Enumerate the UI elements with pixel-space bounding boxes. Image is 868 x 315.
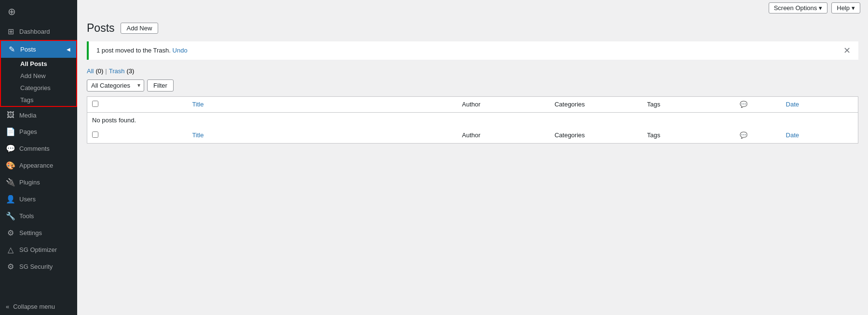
select-all-checkbox[interactable] bbox=[92, 101, 98, 107]
comments-col-icon: 💬 bbox=[740, 101, 747, 108]
no-posts-message: No posts found. bbox=[87, 112, 858, 128]
tfoot-checkbox bbox=[87, 128, 188, 144]
add-new-button[interactable]: Add New bbox=[121, 23, 159, 34]
sg-optimizer-icon: △ bbox=[6, 245, 15, 254]
sidebar-item-label: SG Security bbox=[19, 263, 53, 270]
help-arrow-icon: ▾ bbox=[852, 4, 855, 12]
date-sort-link-footer[interactable]: Date bbox=[786, 131, 799, 139]
users-icon: 👤 bbox=[6, 195, 15, 204]
wp-logo-icon: ⊕ bbox=[8, 6, 16, 17]
collapse-label: Collapse menu bbox=[13, 303, 55, 310]
wp-logo[interactable]: ⊕ bbox=[0, 0, 77, 23]
sidebar-item-dashboard[interactable]: ⊞ Dashboard bbox=[0, 23, 77, 40]
sidebar-item-appearance[interactable]: 🎨 Appearance bbox=[0, 157, 77, 174]
posts-submenu: All Posts Add New Categories Tags bbox=[1, 58, 76, 106]
sidebar-item-posts[interactable]: ✎ Posts ◀ bbox=[1, 41, 76, 58]
table-footer-row: Title Author Categories Tags 💬 Date bbox=[87, 128, 858, 144]
th-comments: 💬 bbox=[735, 96, 781, 112]
tfoot-title: Title bbox=[187, 128, 457, 144]
comments-icon: 💬 bbox=[6, 144, 15, 153]
undo-link[interactable]: Undo bbox=[173, 47, 188, 54]
sidebar-item-tools[interactable]: 🔧 Tools bbox=[0, 208, 77, 224]
help-label: Help bbox=[837, 4, 850, 12]
sidebar-item-label: Appearance bbox=[19, 162, 53, 169]
title-sort-link-footer[interactable]: Title bbox=[192, 131, 203, 139]
filter-separator: | bbox=[105, 67, 107, 75]
sidebar-item-sg-optimizer[interactable]: △ SG Optimizer bbox=[0, 241, 77, 258]
content-area: Posts Add New 1 post moved to the Trash.… bbox=[77, 15, 868, 315]
screen-options-arrow-icon: ▾ bbox=[819, 4, 822, 12]
sidebar-item-label: Plugins bbox=[19, 179, 40, 186]
sidebar-item-comments[interactable]: 💬 Comments bbox=[0, 140, 77, 157]
filter-bar: All Categories Filter bbox=[87, 79, 858, 92]
th-tags: Tags bbox=[642, 96, 735, 112]
sidebar: ⊕ ⊞ Dashboard ✎ Posts ◀ All Posts Add Ne… bbox=[0, 0, 77, 315]
collapse-menu-button[interactable]: « Collapse menu bbox=[0, 298, 77, 315]
page-title: Posts bbox=[87, 21, 115, 36]
notice-text: 1 post moved to the Trash. Undo bbox=[96, 47, 188, 54]
tfoot-date: Date bbox=[781, 128, 858, 144]
sidebar-submenu-tags[interactable]: Tags bbox=[1, 94, 76, 106]
sidebar-item-pages[interactable]: 📄 Pages bbox=[0, 123, 77, 140]
comments-col-icon-footer: 💬 bbox=[740, 131, 747, 139]
title-sort-link[interactable]: Title bbox=[192, 101, 203, 108]
tfoot-comments: 💬 bbox=[735, 128, 781, 144]
posts-table: Title Author Categories Tags 💬 Date No p… bbox=[87, 96, 858, 144]
pages-icon: 📄 bbox=[6, 127, 15, 136]
collapse-icon: « bbox=[6, 303, 9, 310]
sidebar-item-users[interactable]: 👤 Users bbox=[0, 191, 77, 208]
sidebar-item-label: Dashboard bbox=[19, 28, 50, 35]
appearance-icon: 🎨 bbox=[6, 161, 15, 170]
sidebar-item-label: Tools bbox=[19, 212, 34, 220]
sidebar-item-label: Posts bbox=[20, 46, 36, 53]
th-categories: Categories bbox=[550, 96, 642, 112]
sidebar-submenu-categories[interactable]: Categories bbox=[1, 82, 76, 94]
tfoot-categories: Categories bbox=[550, 128, 642, 144]
sidebar-item-media[interactable]: 🖼 Media bbox=[0, 107, 77, 123]
sidebar-item-label: Comments bbox=[19, 145, 50, 152]
sidebar-item-label: Pages bbox=[19, 128, 37, 135]
dashboard-icon: ⊞ bbox=[6, 27, 15, 36]
notice-bar: 1 post moved to the Trash. Undo ✕ bbox=[87, 41, 858, 60]
posts-section: ✎ Posts ◀ All Posts Add New Categories T… bbox=[0, 40, 77, 107]
notice-close-button[interactable]: ✕ bbox=[843, 46, 851, 55]
all-count: (0) bbox=[95, 67, 103, 75]
th-date: Date bbox=[781, 96, 858, 112]
sidebar-submenu-all-posts[interactable]: All Posts bbox=[1, 58, 76, 70]
sidebar-item-label: Users bbox=[19, 196, 36, 203]
main-content: Screen Options ▾ Help ▾ Posts Add New 1 … bbox=[77, 0, 868, 315]
posts-icon: ✎ bbox=[7, 45, 16, 54]
media-icon: 🖼 bbox=[6, 111, 15, 119]
sidebar-item-label: Media bbox=[19, 112, 36, 119]
th-title: Title bbox=[187, 96, 457, 112]
filter-button[interactable]: Filter bbox=[147, 79, 174, 92]
trash-count: (3) bbox=[126, 67, 134, 75]
th-checkbox bbox=[87, 96, 188, 112]
posts-arrow-icon: ◀ bbox=[67, 47, 70, 52]
tfoot-author: Author bbox=[457, 128, 550, 144]
sg-security-icon: ⚙ bbox=[6, 262, 15, 271]
plugins-icon: 🔌 bbox=[6, 178, 15, 187]
sidebar-item-sg-security[interactable]: ⚙ SG Security bbox=[0, 258, 77, 275]
all-filter-link[interactable]: All bbox=[87, 67, 94, 75]
categories-select[interactable]: All Categories bbox=[87, 79, 144, 92]
sidebar-item-plugins[interactable]: 🔌 Plugins bbox=[0, 174, 77, 191]
sidebar-item-label: Settings bbox=[19, 229, 42, 236]
date-sort-link[interactable]: Date bbox=[786, 101, 799, 108]
th-author: Author bbox=[457, 96, 550, 112]
tools-icon: 🔧 bbox=[6, 211, 15, 221]
table-row-no-posts: No posts found. bbox=[87, 112, 858, 128]
settings-icon: ⚙ bbox=[6, 228, 15, 237]
sidebar-item-label: SG Optimizer bbox=[19, 246, 57, 253]
screen-options-button[interactable]: Screen Options ▾ bbox=[769, 2, 828, 13]
help-button[interactable]: Help ▾ bbox=[831, 2, 860, 13]
topbar: Screen Options ▾ Help ▾ bbox=[77, 0, 868, 15]
sidebar-item-settings[interactable]: ⚙ Settings bbox=[0, 224, 77, 241]
select-all-footer-checkbox[interactable] bbox=[92, 131, 98, 138]
sidebar-submenu-add-new[interactable]: Add New bbox=[1, 70, 76, 82]
categories-select-wrapper: All Categories bbox=[87, 79, 144, 92]
trash-filter-link[interactable]: Trash bbox=[109, 67, 125, 75]
filter-links: All (0) | Trash (3) bbox=[87, 67, 858, 75]
table-header-row: Title Author Categories Tags 💬 Date bbox=[87, 96, 858, 112]
tfoot-tags: Tags bbox=[642, 128, 735, 144]
